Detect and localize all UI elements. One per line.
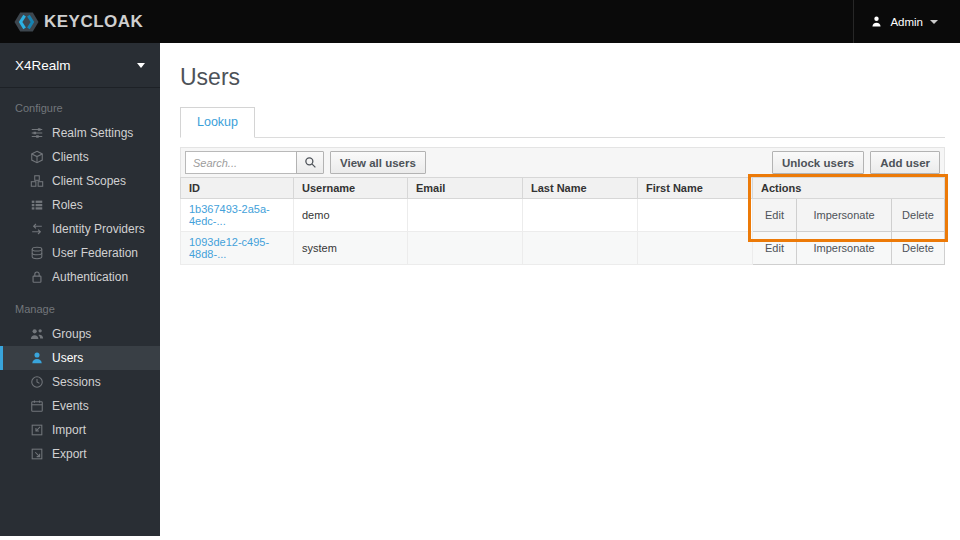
sidebar-item-clients[interactable]: Clients: [0, 145, 160, 169]
clock-icon: [29, 375, 44, 390]
sidebar-item-roles[interactable]: Roles: [0, 193, 160, 217]
sidebar-item-events[interactable]: Events: [0, 394, 160, 418]
username-cell: demo: [294, 199, 408, 232]
sidebar-item-import[interactable]: Import: [0, 418, 160, 442]
sidebar-item-label: Identity Providers: [52, 222, 145, 236]
exchange-icon: [29, 222, 44, 237]
chevron-down-icon: [137, 63, 145, 68]
cubes-icon: [29, 174, 44, 189]
sidebar-item-label: Sessions: [52, 375, 101, 389]
table-row: 1b367493-2a5a-4edc-... demo Edit Imperso…: [181, 199, 945, 232]
import-icon: [29, 423, 44, 438]
unlock-users-button[interactable]: Unlock users: [772, 151, 864, 174]
sidebar-item-label: Groups: [52, 327, 91, 341]
keycloak-logo-icon: [14, 11, 39, 33]
sidebar-item-client-scopes[interactable]: Client Scopes: [0, 169, 160, 193]
search-group: [185, 151, 324, 174]
sidebar-item-label: User Federation: [52, 246, 138, 260]
last-name-cell: [523, 199, 638, 232]
group-icon: [29, 327, 44, 342]
cube-icon: [29, 150, 44, 165]
sidebar-item-user-federation[interactable]: User Federation: [0, 241, 160, 265]
sidebar-item-users[interactable]: Users: [0, 346, 160, 370]
last-name-cell: [523, 232, 638, 265]
sidebar-item-sessions[interactable]: Sessions: [0, 370, 160, 394]
tab-lookup[interactable]: Lookup: [180, 107, 255, 138]
users-toolbar: View all users Unlock users Add user: [180, 147, 945, 177]
page-title: Users: [180, 64, 945, 91]
keycloak-logo[interactable]: KEYCLOAK: [0, 0, 143, 43]
configure-nav: Realm Settings Clients: [0, 121, 160, 289]
impersonate-button[interactable]: Impersonate: [797, 199, 892, 232]
list-icon: [29, 198, 44, 213]
users-table-wrap: ID Username Email Last Name First Name A…: [180, 177, 945, 265]
sidebar: X4Realm Configure Realm Settings: [0, 43, 160, 536]
sliders-icon: [29, 126, 44, 141]
sidebar-item-authentication[interactable]: Authentication: [0, 265, 160, 289]
user-id-link[interactable]: 1093de12-c495-48d8-...: [189, 236, 269, 260]
tab-bar: Lookup: [180, 107, 945, 138]
sidebar-item-label: Client Scopes: [52, 174, 126, 188]
column-header-email: Email: [408, 178, 523, 199]
edit-button[interactable]: Edit: [753, 232, 797, 265]
database-icon: [29, 246, 44, 261]
search-input[interactable]: [185, 151, 297, 174]
sidebar-item-label: Events: [52, 399, 89, 413]
add-user-button[interactable]: Add user: [870, 151, 940, 174]
first-name-cell: [638, 199, 753, 232]
user-id-link[interactable]: 1b367493-2a5a-4edc-...: [189, 203, 270, 227]
sidebar-item-groups[interactable]: Groups: [0, 322, 160, 346]
email-cell: [408, 199, 523, 232]
user-id-cell: 1b367493-2a5a-4edc-...: [181, 199, 294, 232]
sidebar-item-label: Users: [52, 351, 83, 365]
column-header-last-name: Last Name: [523, 178, 638, 199]
sidebar-item-label: Roles: [52, 198, 83, 212]
export-icon: [29, 447, 44, 462]
main-content: Users Lookup View all users Unlock user: [160, 43, 960, 265]
calendar-icon: [29, 399, 44, 414]
manage-nav: Groups Users Sessions: [0, 322, 160, 466]
chevron-down-icon: [930, 20, 938, 24]
sidebar-item-label: Realm Settings: [52, 126, 133, 140]
column-header-username: Username: [294, 178, 408, 199]
sidebar-item-label: Clients: [52, 150, 89, 164]
table-row: 1093de12-c495-48d8-... system Edit Imper…: [181, 232, 945, 265]
sidebar-item-identity-providers[interactable]: Identity Providers: [0, 217, 160, 241]
sidebar-item-export[interactable]: Export: [0, 442, 160, 466]
username-cell: system: [294, 232, 408, 265]
table-header-row: ID Username Email Last Name First Name A…: [181, 178, 945, 199]
users-table: ID Username Email Last Name First Name A…: [180, 177, 945, 265]
delete-button[interactable]: Delete: [892, 199, 945, 232]
user-icon: [870, 15, 883, 28]
edit-button[interactable]: Edit: [753, 199, 797, 232]
realm-selector[interactable]: X4Realm: [0, 43, 160, 88]
sidebar-item-label: Export: [52, 447, 87, 461]
lock-icon: [29, 270, 44, 285]
column-header-actions: Actions: [753, 178, 945, 199]
sidebar-item-realm-settings[interactable]: Realm Settings: [0, 121, 160, 145]
email-cell: [408, 232, 523, 265]
column-header-id: ID: [181, 178, 294, 199]
realm-name: X4Realm: [15, 58, 71, 73]
user-icon: [29, 351, 44, 366]
brand-name: KEYCLOAK: [44, 12, 143, 32]
sidebar-section-manage: Manage: [15, 303, 160, 315]
view-all-users-button[interactable]: View all users: [330, 151, 426, 174]
search-button[interactable]: [296, 151, 324, 174]
impersonate-button[interactable]: Impersonate: [797, 232, 892, 265]
user-menu-label: Admin: [890, 16, 923, 28]
user-id-cell: 1093de12-c495-48d8-...: [181, 232, 294, 265]
sidebar-item-label: Import: [52, 423, 86, 437]
user-menu[interactable]: Admin: [853, 0, 960, 43]
sidebar-item-label: Authentication: [52, 270, 128, 284]
delete-button[interactable]: Delete: [892, 232, 945, 265]
column-header-first-name: First Name: [638, 178, 753, 199]
top-bar: KEYCLOAK Admin: [0, 0, 960, 43]
sidebar-section-configure: Configure: [15, 102, 160, 114]
first-name-cell: [638, 232, 753, 265]
search-icon: [304, 156, 317, 169]
